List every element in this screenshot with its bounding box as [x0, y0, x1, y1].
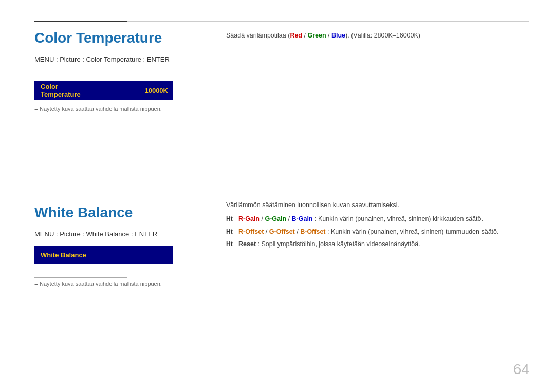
menu-path1-wb: Picture: [60, 230, 82, 238]
color-temp-title-area: Color Temperature: [34, 30, 162, 54]
mockup-wb-label: White Balance: [34, 251, 92, 259]
menu-path2-ct: Color Temperature: [86, 55, 141, 63]
menu-label-wb: MENU: [34, 230, 54, 238]
menu-path3-ct: ENTER: [147, 55, 170, 63]
color-temp-description: Säädä värilämpötilaa (Red / Green / Blue…: [226, 31, 529, 41]
color-temp-mockup-area: Color Temperature ———————— 10000K: [34, 71, 173, 100]
wb-menu-path: MENU : Picture : White Balance : ENTER: [34, 230, 157, 238]
ct-note-area: ‒ Näytetty kuva saattaa vaihdella mallis…: [34, 105, 162, 113]
ct-divider: [34, 97, 127, 105]
menu-sep-wb: :: [56, 230, 58, 238]
ct-divider-line: [34, 103, 127, 103]
wb-note-area: ‒ Näytetty kuva saattaa vaihdella mallis…: [34, 279, 162, 287]
wb-reset-label: Reset: [238, 240, 256, 248]
wb-g-gain: G-Gain: [265, 215, 286, 222]
wb-ht3: Ht: [226, 239, 235, 249]
menu-sep3-ct: :: [143, 55, 147, 63]
wb-divider-line: [34, 277, 127, 278]
wb-note-text: ‒ Näytetty kuva saattaa vaihdella mallis…: [34, 281, 162, 287]
wb-item1-content: R-Gain / G-Gain / B-Gain : Kunkin värin …: [238, 214, 483, 224]
mockup-ct-label: Color Temperature: [34, 83, 95, 98]
menu-label-ct: MENU: [34, 55, 54, 63]
wb-r-gain: R-Gain: [238, 215, 260, 222]
wb-sep2: /: [288, 215, 292, 222]
wb-sep3: /: [266, 228, 269, 235]
page-number: 64: [513, 361, 529, 378]
wb-item3-content: Reset : Sopii ympäristöihin, joissa käyt…: [238, 239, 420, 249]
menu-sep-ct: :: [56, 55, 58, 63]
color-temp-desc-text: Säädä värilämpötilaa (Red / Green / Blue…: [226, 32, 420, 39]
desc-red: Red: [290, 32, 302, 39]
desc-green: Green: [307, 32, 326, 39]
menu-path3-wb: ENTER: [135, 230, 157, 238]
wb-g-offset: G-Offset: [269, 228, 295, 235]
wb-mockup: White Balance: [34, 246, 173, 264]
color-temp-title: Color Temperature: [34, 30, 162, 46]
wb-desc-item1: Ht R-Gain / G-Gain / B-Gain : Kunkin vär…: [226, 214, 529, 224]
wb-item1-rest: : Kunkin värin (punainen, vihreä, sinine…: [314, 215, 483, 222]
wb-item2-rest: : Kunkin värin (punainen, vihreä, sinine…: [327, 228, 499, 235]
wb-item2-content: R-Offset / G-Offset / B-Offset : Kunkin …: [238, 227, 499, 237]
mid-rule: [34, 185, 529, 185]
wb-desc-intro: Värilämmön säätäminen luonnollisen kuvan…: [226, 200, 529, 210]
wb-ht2: Ht: [226, 227, 235, 236]
wb-desc-block: Värilämmön säätäminen luonnollisen kuvan…: [226, 200, 529, 252]
wb-mockup-area: White Balance: [34, 246, 173, 264]
wb-ht1: Ht: [226, 214, 235, 223]
top-rule-dark: [34, 21, 127, 22]
menu-path2-wb: White Balance: [86, 230, 129, 238]
wb-title: White Balance: [34, 204, 133, 221]
ct-note-text: ‒ Näytetty kuva saattaa vaihdella mallis…: [34, 106, 162, 112]
wb-divider: [34, 271, 127, 280]
wb-b-offset: B-Offset: [300, 228, 325, 235]
mockup-ct-dashes: ————————: [95, 87, 142, 94]
mockup-ct-value: 10000K: [142, 87, 173, 95]
wb-b-gain: B-Gain: [292, 215, 313, 222]
wb-r-offset: R-Offset: [238, 228, 264, 235]
wb-title-area: White Balance: [34, 204, 133, 229]
top-rule: [34, 21, 529, 22]
color-temp-menu-path: MENU : Picture : Color Temperature : ENT…: [34, 55, 170, 63]
desc-blue: Blue: [331, 32, 345, 39]
wb-item3-rest: : Sopii ympäristöihin, joissa käytetään …: [258, 240, 420, 248]
wb-desc-item3: Ht Reset : Sopii ympäristöihin, joissa k…: [226, 239, 529, 249]
menu-path1-ct: Picture: [60, 55, 82, 63]
wb-desc-item2: Ht R-Offset / G-Offset / B-Offset : Kunk…: [226, 227, 529, 237]
top-rule-light: [127, 21, 529, 22]
